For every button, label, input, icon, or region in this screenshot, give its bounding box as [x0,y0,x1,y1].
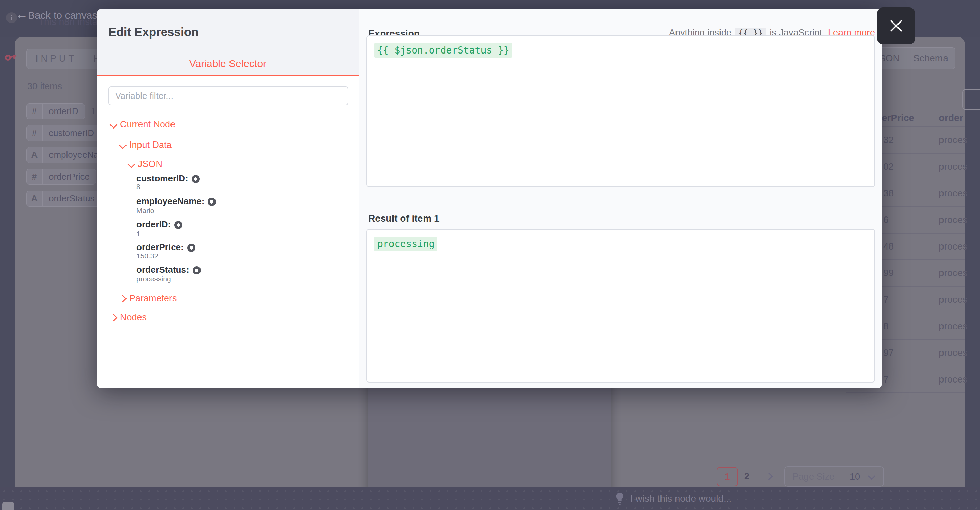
schema-row[interactable]: #customerID [26,125,100,141]
variable-orderid[interactable]: orderID: [137,219,183,230]
close-modal-button[interactable] [877,8,915,44]
variable-orderprice[interactable]: orderPrice: [137,242,196,253]
tree-item-json[interactable]: JSON [129,159,162,170]
app-screen: i This n8n instance is ← Back to canvas … [0,0,980,510]
variable-orderstatus[interactable]: orderStatus: [137,265,201,275]
number-type-icon: # [27,104,43,119]
canvas-control-button[interactable] [2,502,14,510]
chevron-down-icon [119,141,127,149]
modal-left-header: Edit Expression Variable Selector [97,9,359,76]
edit-expression-modal: Edit Expression Variable Selector Curren… [97,9,882,388]
page-2-button[interactable]: 2 [745,471,749,482]
variable-employeename[interactable]: employeeName: [137,196,216,207]
modal-title: Edit Expression [108,25,199,39]
chevron-down-icon [110,121,118,129]
result-value: processing [374,237,438,251]
tab-schema[interactable]: Schema [913,53,948,64]
items-count: 30 items [27,81,62,92]
tree-item-nodes[interactable]: Nodes [111,312,146,323]
expression-editor[interactable]: {{ $json.orderStatus }} [366,35,875,187]
schema-row[interactable]: #orderID 1 [26,103,96,119]
string-type-icon: A [27,191,43,206]
page-1-button[interactable]: 1 [717,467,738,486]
schema-row[interactable]: AorderStatus [26,191,101,207]
string-type-icon: A [27,147,43,163]
tree-item-current-node[interactable]: Current Node [111,119,175,130]
chevron-down-icon [127,160,135,168]
schema-row[interactable]: #orderPrice [26,169,96,185]
tab-input[interactable]: INPUT [27,49,86,68]
result-heading: Result of item 1 [368,213,439,224]
back-to-canvas-link[interactable]: Back to canvas [28,10,97,21]
insert-variable-icon[interactable] [192,266,201,275]
variable-filter-input[interactable] [108,86,348,105]
expression-code[interactable]: {{ $json.orderStatus }} [374,43,512,57]
chevron-right-icon [110,314,118,321]
page-size-select[interactable]: Page Size 10 [784,466,884,487]
tree-item-input-data[interactable]: Input Data [120,140,172,150]
tab-variable-selector[interactable]: Variable Selector [97,58,359,70]
close-icon [889,18,904,33]
variable-selector-panel: Edit Expression Variable Selector Curren… [97,9,359,388]
insert-variable-icon[interactable] [174,221,183,229]
result-viewer: processing [366,229,875,383]
number-type-icon: # [27,126,43,141]
back-arrow-icon: ← [16,8,28,21]
canvas-bottom-strip [0,487,980,510]
insert-variable-icon[interactable] [208,198,216,206]
insert-variable-icon[interactable] [187,244,196,252]
tree-item-parameters[interactable]: Parameters [120,293,177,304]
wish-node-input[interactable]: I wish this node would... [630,493,732,504]
chevron-right-icon [119,294,127,302]
chevron-down-icon [868,472,876,480]
search-input[interactable] [962,89,980,110]
number-type-icon: # [27,169,43,184]
insert-variable-icon[interactable] [192,175,200,183]
variable-customerid[interactable]: customerID: [137,173,200,184]
lightbulb-icon [614,492,625,505]
schema-value: 1 [91,106,96,117]
